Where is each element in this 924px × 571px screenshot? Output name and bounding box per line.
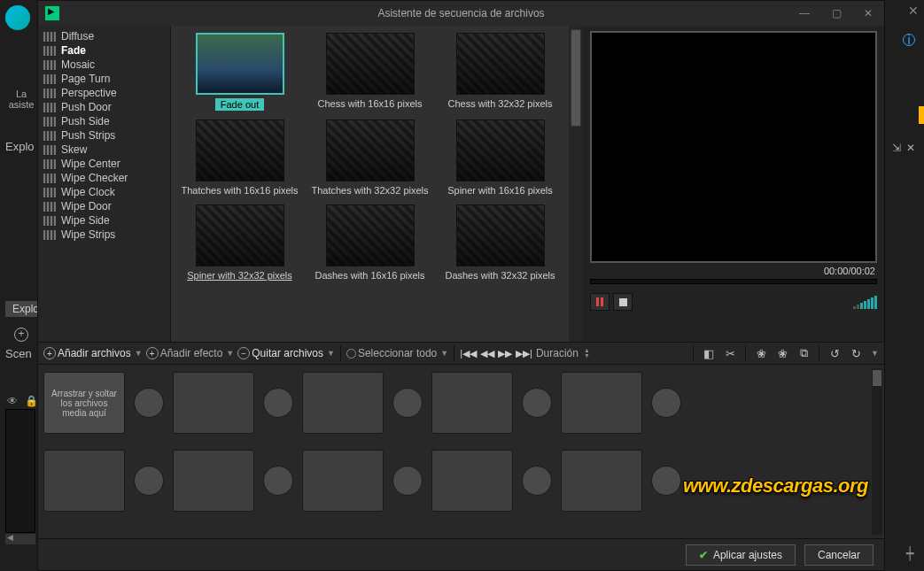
prev-frame-button[interactable]: ◀◀ bbox=[480, 348, 494, 359]
transition-icon bbox=[43, 174, 56, 183]
storyboard-transition[interactable] bbox=[263, 466, 293, 496]
storyboard-transition[interactable] bbox=[134, 466, 164, 496]
storyboard-slot[interactable] bbox=[43, 450, 125, 512]
gallery-caption: Dashes with 16x16 pixels bbox=[314, 270, 424, 281]
gallery-item[interactable]: Spiner with 32x32 pixels bbox=[175, 204, 305, 281]
maximize-button[interactable]: ▢ bbox=[820, 2, 852, 25]
dialog-app-icon bbox=[45, 6, 59, 20]
gallery-item[interactable]: Dashes with 32x32 pixels bbox=[436, 204, 565, 281]
close-button[interactable]: ✕ bbox=[852, 2, 884, 25]
info-icon[interactable]: i bbox=[903, 34, 915, 46]
tree-item-page-turn[interactable]: Page Turn bbox=[38, 72, 170, 86]
bottom-add-icon[interactable]: ┿ bbox=[906, 546, 913, 560]
storyboard-transition[interactable] bbox=[134, 388, 164, 418]
tree-item-diffuse[interactable]: Diffuse bbox=[38, 29, 170, 43]
add-effect-button[interactable]: + Añadir efecto ▼ bbox=[146, 347, 235, 359]
next-frame-button[interactable]: ▶▶ bbox=[498, 348, 512, 359]
gallery-item[interactable]: Chess with 32x32 pixels bbox=[436, 33, 565, 111]
storyboard-slot[interactable] bbox=[561, 372, 642, 434]
scrollbar-thumb[interactable] bbox=[571, 29, 581, 127]
storyboard-slot[interactable] bbox=[431, 450, 513, 512]
tree-item-wipe-clock[interactable]: Wipe Clock bbox=[38, 185, 170, 199]
stop-button[interactable] bbox=[613, 293, 633, 311]
chevron-down-icon: ▼ bbox=[226, 349, 234, 358]
minimize-button[interactable]: — bbox=[788, 2, 820, 25]
tree-item-wipe-door[interactable]: Wipe Door bbox=[38, 199, 170, 213]
storyboard-slot[interactable] bbox=[431, 372, 513, 434]
panel-close-icon[interactable]: ✕ bbox=[906, 142, 915, 154]
orange-marker bbox=[919, 106, 924, 124]
preview-panel: 00:00/00:02 bbox=[583, 26, 884, 342]
add-files-button[interactable]: + Añadir archivos ▼ bbox=[43, 347, 143, 359]
preview-progress[interactable] bbox=[590, 279, 877, 284]
chevron-down-icon[interactable]: ▼ bbox=[871, 349, 879, 358]
first-frame-button[interactable]: |◀◀ bbox=[460, 348, 477, 359]
tree-item-wipe-center[interactable]: Wipe Center bbox=[38, 157, 170, 171]
transition-icon bbox=[43, 103, 56, 112]
gallery-scrollbar[interactable] bbox=[569, 26, 583, 342]
gallery-item[interactable]: Fade out bbox=[175, 33, 305, 111]
storyboard-toolbar: + Añadir archivos ▼ + Añadir efecto ▼ − … bbox=[38, 342, 884, 365]
storyboard-transition[interactable] bbox=[522, 466, 552, 496]
tree-item-fade[interactable]: Fade bbox=[38, 43, 170, 58]
explorer-panel-title: Explo bbox=[5, 140, 35, 153]
gallery-item[interactable]: Spiner with 16x16 pixels bbox=[436, 120, 565, 196]
storyboard-slot[interactable] bbox=[302, 372, 384, 434]
gallery-item[interactable]: Thatches with 16x16 pixels bbox=[175, 120, 305, 196]
sequence-wizard-dialog: Asistente de secuencia de archivos — ▢ ✕… bbox=[37, 0, 885, 571]
storyboard-transition[interactable] bbox=[392, 388, 423, 418]
chevron-down-icon: ▼ bbox=[440, 349, 448, 358]
storyboard-slot[interactable] bbox=[173, 450, 254, 512]
tree-item-skew[interactable]: Skew bbox=[38, 143, 170, 157]
crop-icon[interactable]: ◧ bbox=[701, 345, 717, 361]
rotate-left-icon[interactable]: ↺ bbox=[827, 345, 842, 361]
tree-item-wipe-strips[interactable]: Wipe Strips bbox=[38, 228, 170, 242]
storyboard-transition[interactable] bbox=[263, 388, 293, 418]
duration-label: Duración bbox=[536, 347, 578, 359]
gallery-caption: Spiner with 32x32 pixels bbox=[187, 270, 292, 281]
storyboard-scrollbar[interactable] bbox=[872, 368, 882, 535]
add-track-button[interactable]: + bbox=[14, 328, 28, 342]
gallery-item[interactable]: Chess with 16x16 pixels bbox=[306, 33, 435, 111]
last-frame-button[interactable]: ▶▶| bbox=[516, 348, 532, 359]
pin-icon[interactable]: ⇲ bbox=[892, 142, 901, 154]
transition-thumbnail bbox=[456, 120, 545, 181]
lock-icon[interactable]: 🔒 bbox=[25, 395, 38, 407]
tree-item-push-strips[interactable]: Push Strips bbox=[38, 128, 170, 143]
tree-item-wipe-side[interactable]: Wipe Side bbox=[38, 213, 170, 228]
cut-icon[interactable]: ✂ bbox=[722, 345, 738, 361]
settings1-icon[interactable]: ❀ bbox=[753, 345, 769, 361]
scene-panel-title: Scen bbox=[5, 347, 32, 360]
storyboard-slot[interactable] bbox=[173, 372, 254, 434]
storyboard: Arrastrar y soltar los archivos media aq… bbox=[38, 365, 884, 538]
tree-item-push-door[interactable]: Push Door bbox=[38, 100, 170, 114]
scrollbar-thumb[interactable] bbox=[873, 370, 881, 386]
storyboard-transition[interactable] bbox=[651, 466, 681, 496]
gallery-item[interactable]: Thatches with 32x32 pixels bbox=[306, 120, 435, 196]
storyboard-transition[interactable] bbox=[651, 388, 681, 418]
storyboard-slot[interactable] bbox=[302, 450, 384, 512]
remove-files-button[interactable]: − Quitar archivos ▼ bbox=[237, 347, 335, 359]
gallery-item[interactable]: Dashes with 16x16 pixels bbox=[306, 204, 435, 281]
mainwindow-close-icon[interactable]: ✕ bbox=[908, 4, 919, 18]
storyboard-slot[interactable] bbox=[561, 450, 642, 512]
timeline-hscroll[interactable] bbox=[5, 534, 35, 544]
settings2-icon[interactable]: ❀ bbox=[774, 345, 790, 361]
cancel-button[interactable]: Cancelar bbox=[804, 544, 874, 566]
eye-icon[interactable]: 👁 bbox=[7, 395, 18, 407]
tree-item-push-side[interactable]: Push Side bbox=[38, 114, 170, 128]
rotate-right-icon[interactable]: ↻ bbox=[848, 345, 864, 361]
transition-thumbnail bbox=[326, 33, 415, 95]
duration-stepper[interactable]: ▲▼ bbox=[584, 348, 590, 359]
pause-button[interactable] bbox=[590, 293, 610, 311]
apply-button[interactable]: ✔ Aplicar ajustes bbox=[686, 544, 796, 566]
copy-icon[interactable]: ⧉ bbox=[796, 345, 811, 361]
tree-item-mosaic[interactable]: Mosaic bbox=[38, 58, 170, 72]
storyboard-transition[interactable] bbox=[522, 388, 552, 418]
storyboard-transition[interactable] bbox=[392, 466, 423, 496]
tree-item-wipe-checker[interactable]: Wipe Checker bbox=[38, 171, 170, 185]
volume-indicator[interactable] bbox=[853, 295, 877, 309]
select-all-button[interactable]: Seleccionar todo ▼ bbox=[346, 347, 448, 359]
storyboard-slot[interactable]: Arrastrar y soltar los archivos media aq… bbox=[43, 372, 125, 434]
tree-item-perspective[interactable]: Perspective bbox=[38, 86, 170, 100]
